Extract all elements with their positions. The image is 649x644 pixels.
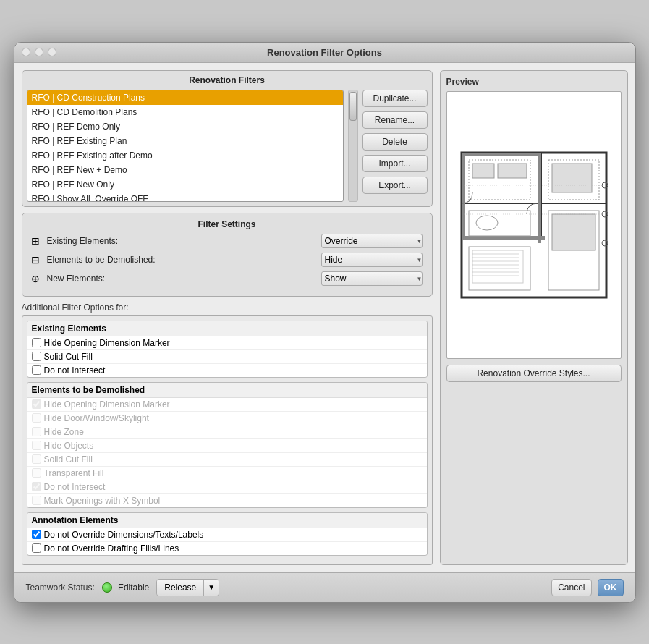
- import-button[interactable]: Import...: [362, 155, 428, 172]
- traffic-lights: [22, 48, 56, 56]
- demolished-elements-select[interactable]: Hide Show Override: [321, 253, 423, 267]
- status-dot: [102, 582, 112, 593]
- new-elements-label: New Elements:: [47, 274, 317, 284]
- titlebar: Renovation Filter Options: [14, 43, 635, 63]
- options-group: Annotation ElementsDo not Override Dimen…: [27, 512, 428, 556]
- option-checkbox: [32, 427, 41, 436]
- option-checkbox: [32, 413, 41, 423]
- main-dialog: Renovation Filter Options Renovation Fil…: [14, 42, 636, 603]
- preview-section: Preview: [440, 70, 628, 565]
- option-checkbox: [32, 441, 41, 450]
- cancel-button[interactable]: Cancel: [551, 579, 591, 596]
- existing-elements-label: Existing Elements:: [47, 236, 317, 246]
- teamwork-label: Teamwork Status:: [26, 582, 95, 593]
- filter-list-item[interactable]: RFO | REF Existing after Demo: [27, 148, 343, 163]
- option-label: Do not Intersect: [44, 365, 106, 376]
- option-label: Hide Objects: [44, 441, 94, 451]
- filter-list-item[interactable]: RFO | CD Construction Plans: [27, 90, 343, 105]
- option-checkbox[interactable]: [32, 338, 41, 347]
- demolished-elements-label: Elements to be Demolished:: [47, 255, 317, 265]
- option-label: Hide Opening Dimension Marker: [44, 338, 170, 348]
- filter-list-item[interactable]: RFO | REF New + Demo: [27, 163, 343, 177]
- option-label: Hide Zone: [44, 427, 84, 437]
- option-label: Solid Cut Fill: [44, 454, 93, 465]
- filter-list-item[interactable]: RFO | REF Existing Plan: [27, 134, 343, 148]
- filter-list-item[interactable]: RFO | REF New Only: [27, 177, 343, 192]
- renovation-filters-section: Renovation Filters RFO | CD Construction…: [22, 70, 433, 207]
- right-panel: Preview: [440, 70, 628, 565]
- ok-button[interactable]: OK: [598, 579, 624, 596]
- existing-elements-select-wrapper: Override Show Hide: [321, 234, 426, 248]
- existing-elements-row: ⊞ Existing Elements: Override Show Hide: [28, 234, 426, 248]
- export-button[interactable]: Export...: [362, 177, 428, 194]
- options-group-title: Annotation Elements: [27, 513, 427, 528]
- option-item: Hide Opening Dimension Marker: [27, 336, 427, 350]
- option-checkbox: [32, 454, 41, 464]
- filter-list-item[interactable]: RFO | CD Demolition Plans: [27, 105, 343, 119]
- option-item: Do not Override Drafting Fills/Lines: [27, 542, 427, 555]
- release-button-group: Release ▼: [156, 579, 219, 596]
- additional-options-container: Additional Filter Options for: Existing …: [22, 302, 433, 565]
- rename-button[interactable]: Rename...: [362, 111, 428, 129]
- svg-point-14: [476, 216, 498, 230]
- option-checkbox[interactable]: [32, 530, 41, 539]
- option-item: Transparent Fill: [27, 467, 427, 480]
- scrollbar-thumb: [349, 92, 357, 121]
- option-checkbox: [32, 468, 41, 478]
- option-label: Transparent Fill: [44, 468, 104, 478]
- release-dropdown-arrow[interactable]: ▼: [203, 580, 219, 596]
- options-group-title: Elements to be Demolished: [27, 383, 427, 398]
- floorplan-svg: [454, 145, 614, 305]
- left-panel: Renovation Filters RFO | CD Construction…: [22, 70, 433, 565]
- svg-rect-11: [472, 164, 494, 178]
- delete-button[interactable]: Delete: [362, 133, 428, 151]
- option-checkbox: [32, 399, 41, 409]
- renovation-override-styles-button[interactable]: Renovation Override Styles...: [446, 365, 622, 382]
- minimize-button[interactable]: [35, 48, 43, 56]
- status-area: Editable: [102, 582, 149, 593]
- close-button[interactable]: [22, 48, 30, 56]
- options-group: Elements to be DemolishedHide Opening Di…: [27, 382, 428, 508]
- duplicate-button[interactable]: Duplicate...: [362, 90, 428, 107]
- maximize-button[interactable]: [48, 48, 56, 56]
- option-item: Solid Cut Fill: [27, 350, 427, 364]
- new-elements-select[interactable]: Show Hide Override: [321, 271, 423, 286]
- option-checkbox[interactable]: [32, 352, 41, 361]
- preview-canvas: [446, 91, 622, 359]
- filter-list-item[interactable]: RFO | Show All_Override OFF: [27, 192, 343, 202]
- option-checkbox[interactable]: [32, 543, 41, 553]
- option-label: Do not Override Dimensions/Texts/Labels: [44, 530, 204, 540]
- bottom-right-buttons: Cancel OK: [551, 579, 623, 596]
- option-item: Hide Door/Window/Skylight: [27, 412, 427, 425]
- new-elements-icon: ⊕: [28, 273, 43, 284]
- demolished-elements-row: ⊟ Elements to be Demolished: Hide Show O…: [28, 253, 426, 267]
- option-item: Hide Objects: [27, 439, 427, 453]
- option-item: Do not Intersect: [27, 364, 427, 377]
- option-label: Do not Intersect: [44, 482, 106, 492]
- filter-list[interactable]: RFO | CD Construction PlansRFO | CD Demo…: [27, 90, 344, 202]
- option-label: Do not Override Drafting Fills/Lines: [44, 543, 179, 554]
- filter-list-area: RFO | CD Construction PlansRFO | CD Demo…: [27, 90, 428, 202]
- new-elements-select-wrapper: Show Hide Override: [321, 271, 426, 286]
- option-checkbox[interactable]: [32, 365, 41, 375]
- renovation-filters-title: Renovation Filters: [27, 75, 428, 85]
- svg-rect-6: [462, 153, 541, 156]
- option-label: Mark Openings with X Symbol: [44, 496, 161, 506]
- additional-options: Existing ElementsHide Opening Dimension …: [22, 315, 433, 565]
- option-item: Do not Intersect: [27, 480, 427, 494]
- option-item: Solid Cut Fill: [27, 453, 427, 467]
- new-elements-row: ⊕ New Elements: Show Hide Override: [28, 271, 426, 286]
- filter-list-item[interactable]: RFO | REF Demo Only: [27, 119, 343, 134]
- editable-status: Editable: [118, 582, 149, 593]
- existing-elements-select[interactable]: Override Show Hide: [321, 234, 423, 248]
- window-title: Renovation Filter Options: [267, 47, 382, 58]
- filter-settings-section: Filter Settings ⊞ Existing Elements: Ove…: [22, 213, 433, 297]
- options-group: Existing ElementsHide Opening Dimension …: [27, 321, 428, 378]
- release-button[interactable]: Release: [157, 580, 203, 596]
- svg-rect-7: [462, 153, 465, 240]
- option-label: Hide Door/Window/Skylight: [44, 413, 149, 423]
- svg-rect-18: [552, 214, 595, 250]
- filter-list-scrollbar[interactable]: [348, 90, 358, 202]
- option-checkbox: [32, 482, 41, 491]
- option-label: Solid Cut Fill: [44, 352, 93, 362]
